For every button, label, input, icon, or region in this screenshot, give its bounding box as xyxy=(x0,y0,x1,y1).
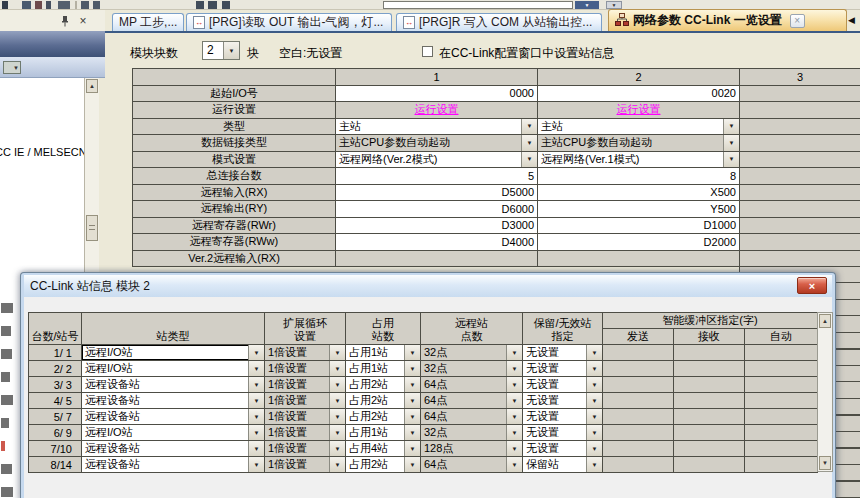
remote-points-dropdown[interactable]: 32点▼ xyxy=(421,425,523,441)
pin-icon[interactable] xyxy=(58,14,72,28)
occupied-stations-dropdown[interactable]: 占用2站▼ xyxy=(346,393,421,409)
occupied-stations-dropdown[interactable]: 占用4站▼ xyxy=(346,441,421,457)
dropdown-arrow-icon[interactable]: ▼ xyxy=(248,457,264,472)
mode-setting-dropdown[interactable]: 远程网络(Ver.1模式)▼ xyxy=(538,152,740,169)
station-type-dropdown[interactable]: 远程I/O站▼ xyxy=(82,345,265,361)
dropdown-arrow-icon[interactable]: ▼ xyxy=(329,441,345,456)
dropdown-arrow-icon[interactable]: ▼ xyxy=(506,457,522,472)
data-link-type-dropdown[interactable]: 主站CPU参数自动起动▼ xyxy=(336,135,538,152)
dropdown-arrow-icon[interactable]: ▼ xyxy=(329,361,345,376)
occupied-stations-dropdown[interactable]: 占用1站▼ xyxy=(346,425,421,441)
scrollbar-thumb[interactable] xyxy=(86,215,98,241)
remote-register-rww-cell[interactable]: D4000 xyxy=(336,234,538,251)
dropdown-arrow-icon[interactable]: ▼ xyxy=(723,119,739,135)
dropdown-arrow-icon[interactable]: ▼ xyxy=(506,425,522,440)
dropdown-arrow-icon[interactable]: ▼ xyxy=(404,457,420,472)
dropdown-arrow-icon[interactable]: ▼ xyxy=(404,393,420,408)
type-dropdown[interactable]: 主站▼ xyxy=(336,119,538,136)
reserve-invalid-dropdown[interactable]: 无设置▼ xyxy=(523,393,603,409)
dropdown-arrow-icon[interactable]: ▼ xyxy=(404,361,420,376)
start-io-cell[interactable]: 0020 xyxy=(538,86,740,103)
occupied-stations-dropdown[interactable]: 占用1站▼ xyxy=(346,345,421,361)
remote-points-dropdown[interactable]: 32点▼ xyxy=(421,361,523,377)
scroll-down-icon[interactable]: ▼ xyxy=(819,456,831,470)
dropdown-arrow-icon[interactable]: ▼ xyxy=(404,377,420,392)
expanded-cyclic-dropdown[interactable]: 1倍设置▼ xyxy=(265,409,346,425)
dropdown-arrow-icon[interactable]: ▼ xyxy=(586,441,602,456)
operation-settings-link[interactable]: 运行设置 xyxy=(538,102,740,119)
dropdown-arrow-icon[interactable]: ▼ xyxy=(521,119,537,135)
dropdown-arrow-icon[interactable]: ▼ xyxy=(521,135,537,151)
remote-points-dropdown[interactable]: 64点▼ xyxy=(421,409,523,425)
station-type-dropdown[interactable]: 远程设备站▼ xyxy=(82,393,265,409)
dialog-close-button[interactable]: × xyxy=(797,277,827,294)
dropdown-arrow-icon[interactable]: ▼ xyxy=(506,345,522,360)
dropdown-arrow-icon[interactable]: ▼ xyxy=(723,135,739,151)
expanded-cyclic-dropdown[interactable]: 1倍设置▼ xyxy=(265,393,346,409)
expanded-cyclic-dropdown[interactable]: 1倍设置▼ xyxy=(265,345,346,361)
expanded-cyclic-dropdown[interactable]: 1倍设置▼ xyxy=(265,361,346,377)
expanded-cyclic-dropdown[interactable]: 1倍设置▼ xyxy=(265,425,346,441)
panel-close-icon[interactable]: × xyxy=(76,14,90,28)
dropdown-arrow-icon[interactable]: ▼ xyxy=(586,425,602,440)
remote-points-dropdown[interactable]: 32点▼ xyxy=(421,345,523,361)
remote-points-dropdown[interactable]: 128点▼ xyxy=(421,441,523,457)
dropdown-arrow-icon[interactable]: ▼ xyxy=(506,441,522,456)
toolbar-combobox-remnant[interactable] xyxy=(383,1,573,9)
dropdown-arrow-icon[interactable]: ▼ xyxy=(248,409,264,424)
station-type-dropdown[interactable]: 远程设备站▼ xyxy=(82,457,265,473)
mode-setting-dropdown[interactable]: 远程网络(Ver.2模式)▼ xyxy=(336,152,538,169)
dropdown-arrow-icon[interactable]: ▼ xyxy=(521,152,537,168)
toolbar-dropdown-remnant[interactable]: ▼ xyxy=(575,1,599,9)
remote-points-dropdown[interactable]: 64点▼ xyxy=(421,393,523,409)
dropdown-arrow-icon[interactable]: ▼ xyxy=(223,42,239,59)
remote-input-cell[interactable]: D5000 xyxy=(336,185,538,202)
type-dropdown[interactable]: 主站▼ xyxy=(538,119,740,136)
remote-points-dropdown[interactable]: 64点▼ xyxy=(421,457,523,473)
scroll-up-icon[interactable]: ▲ xyxy=(819,314,831,328)
expanded-cyclic-dropdown[interactable]: 1倍设置▼ xyxy=(265,457,346,473)
dropdown-arrow-icon[interactable]: ▼ xyxy=(404,441,420,456)
dropdown-arrow-icon[interactable]: ▼ xyxy=(723,152,739,168)
reserve-invalid-dropdown[interactable]: 无设置▼ xyxy=(523,409,603,425)
dropdown-arrow-icon[interactable]: ▼ xyxy=(506,377,522,392)
dropdown-arrow-icon[interactable]: ▼ xyxy=(506,409,522,424)
dropdown-arrow-icon[interactable]: ▼ xyxy=(404,409,420,424)
reserve-invalid-dropdown[interactable]: 无设置▼ xyxy=(523,441,603,457)
station-type-dropdown[interactable]: 远程I/O站▼ xyxy=(82,425,265,441)
expanded-cyclic-dropdown[interactable]: 1倍设置▼ xyxy=(265,377,346,393)
remote-output-cell[interactable]: Y500 xyxy=(538,201,740,218)
tab-network-parameter-cclink[interactable]: 网络参数 CC-Link 一览设置 × xyxy=(608,9,847,31)
tree-item-cc-ie-melsecnet[interactable]: CC IE / MELSECN xyxy=(0,146,87,158)
dropdown-arrow-icon[interactable]: ▼ xyxy=(586,345,602,360)
occupied-stations-dropdown[interactable]: 占用2站▼ xyxy=(346,377,421,393)
operation-settings-link[interactable]: 运行设置 xyxy=(336,102,538,119)
total-stations-cell[interactable]: 8 xyxy=(538,168,740,185)
toolbar-overflow-button[interactable]: ▼ xyxy=(606,1,622,9)
dropdown-arrow-icon[interactable]: ▼ xyxy=(248,425,264,440)
filter-dropdown-icon[interactable]: ▼ xyxy=(3,61,21,74)
station-type-dropdown[interactable]: 远程设备站▼ xyxy=(82,409,265,425)
tab-close-icon[interactable]: × xyxy=(790,14,805,28)
reserve-invalid-dropdown[interactable]: 无设置▼ xyxy=(523,361,603,377)
tab-prg-read-out[interactable]: ↔ [PRG]读取 OUT 输出-气阀，灯... xyxy=(186,13,392,31)
remote-points-dropdown[interactable]: 64点▼ xyxy=(421,377,523,393)
occupied-stations-dropdown[interactable]: 占用2站▼ xyxy=(346,457,421,473)
dropdown-arrow-icon[interactable]: ▼ xyxy=(586,393,602,408)
dropdown-arrow-icon[interactable]: ▼ xyxy=(329,393,345,408)
dropdown-arrow-icon[interactable]: ▼ xyxy=(248,361,264,376)
dropdown-arrow-icon[interactable]: ▼ xyxy=(248,441,264,456)
tab-prg-write-com[interactable]: ↔ [PRG]R 写入 COM 从站输出控... xyxy=(396,13,602,31)
occupied-stations-dropdown[interactable]: 占用2站▼ xyxy=(346,409,421,425)
dropdown-arrow-icon[interactable]: ▼ xyxy=(329,377,345,392)
dropdown-arrow-icon[interactable]: ▼ xyxy=(329,409,345,424)
remote-output-cell[interactable]: D6000 xyxy=(336,201,538,218)
dropdown-arrow-icon[interactable]: ▼ xyxy=(586,409,602,424)
dropdown-arrow-icon[interactable]: ▼ xyxy=(586,457,602,472)
total-stations-cell[interactable]: 5 xyxy=(336,168,538,185)
dropdown-arrow-icon[interactable]: ▼ xyxy=(329,345,345,360)
remote-register-rwr-cell[interactable]: D3000 xyxy=(336,218,538,235)
start-io-cell[interactable]: 0000 xyxy=(336,86,538,103)
tab-mp-steps[interactable]: MP 工步,... xyxy=(112,13,184,31)
station-type-dropdown[interactable]: 远程I/O站▼ xyxy=(82,361,265,377)
